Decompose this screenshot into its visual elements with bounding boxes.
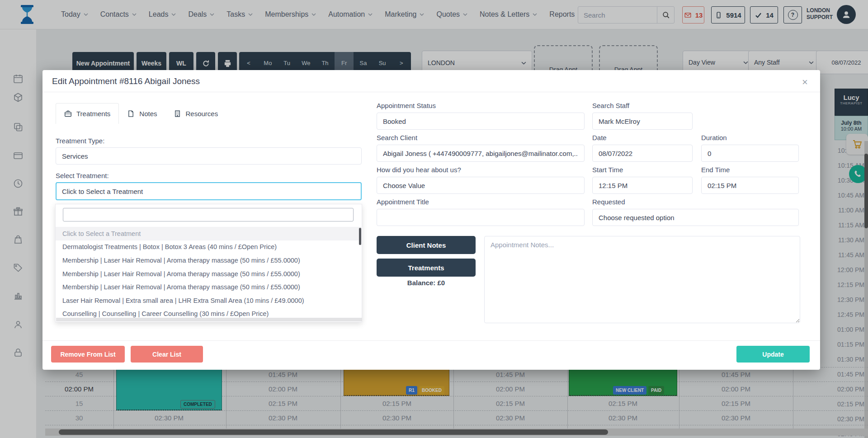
tab-label: Treatments — [76, 110, 110, 118]
treatment-type-select[interactable]: Services — [56, 147, 362, 165]
tab-resources[interactable]: Resources — [165, 103, 226, 124]
hear-about-select[interactable] — [377, 177, 585, 194]
briefcase-icon — [64, 110, 72, 118]
select-treatment-select[interactable]: Click to Select a Treatment — [56, 182, 362, 200]
balance-text: Balance: £0 — [377, 279, 476, 287]
date-input[interactable] — [592, 145, 693, 162]
building-icon — [174, 110, 181, 118]
treatment-option[interactable]: Membership | Laser Hair Removal | Aroma … — [56, 254, 363, 267]
edit-appointment-modal: Edit Appointment #8116 Abigail Joness × … — [42, 70, 820, 370]
treatment-type-value: Services — [62, 152, 88, 160]
select-treatment-value: Click to Select a Treatment — [62, 188, 143, 195]
dropdown-scrollbar-thumb[interactable] — [359, 228, 361, 245]
requested-label: Requested — [592, 198, 625, 206]
end-time-label: End Time — [701, 166, 730, 174]
appointment-notes-textarea[interactable] — [484, 236, 800, 323]
treatment-type-label: Treatment Type: — [56, 137, 104, 145]
tab-notes[interactable]: Notes — [119, 103, 165, 124]
select-treatment-label: Select Treatment: — [56, 172, 109, 179]
duration-label: Duration — [701, 134, 727, 141]
search-staff-label: Search Staff — [592, 102, 629, 109]
clear-list-button[interactable]: Clear List — [131, 346, 203, 363]
treatment-option[interactable]: Click to Select a Treatment — [56, 227, 363, 240]
appointment-title-input[interactable] — [377, 209, 585, 226]
treatment-dropdown-search-input[interactable] — [63, 208, 354, 221]
treatment-option[interactable]: Membership | Laser Hair Removal | Aroma … — [56, 280, 363, 294]
end-time-input[interactable] — [701, 177, 799, 194]
tab-treatments[interactable]: Treatments — [56, 103, 119, 124]
appointment-title-label: Appointment Title — [377, 198, 429, 206]
treatments-button[interactable]: Treatments — [377, 259, 476, 277]
appointment-status-select[interactable] — [377, 113, 585, 130]
client-notes-button[interactable]: Client Notes — [377, 236, 476, 254]
start-time-label: Start Time — [592, 166, 623, 174]
tab-label: Resources — [186, 110, 218, 118]
treatment-dropdown: Click to Select a Treatment Dermatologis… — [55, 204, 362, 322]
treatment-option[interactable]: Dermatologist Treatments | Botox | Botox… — [56, 240, 363, 254]
treatment-option[interactable]: Membership | Laser Hair Removal | Aroma … — [56, 267, 363, 281]
treatment-option-list: Click to Select a Treatment Dermatologis… — [56, 227, 363, 320]
app-root: Today Contacts Leads Deals Tasks Members… — [0, 0, 868, 438]
start-time-input[interactable] — [592, 177, 693, 194]
duration-input[interactable] — [701, 145, 799, 162]
hear-about-label: How did you hear about us? — [377, 166, 461, 174]
modal-tabs: Treatments Notes Resources — [56, 103, 226, 124]
requested-select[interactable] — [592, 209, 799, 226]
note-icon — [127, 110, 135, 118]
treatment-option[interactable]: Laser Hair Removal | Extra small area | … — [56, 294, 363, 307]
dropdown-bottom-scrollbar[interactable] — [56, 318, 362, 321]
date-label: Date — [592, 134, 607, 141]
remove-from-list-button[interactable]: Remove From List — [51, 346, 125, 363]
update-button[interactable]: Update — [736, 346, 810, 363]
modal-title: Edit Appointment #8116 Abigail Joness — [52, 76, 200, 86]
divider — [42, 92, 820, 92]
tab-label: Notes — [139, 110, 157, 118]
close-icon[interactable]: × — [802, 76, 808, 88]
search-staff-input[interactable] — [592, 113, 693, 130]
search-client-label: Search Client — [377, 134, 417, 141]
appointment-status-label: Appointment Status — [377, 102, 436, 109]
search-client-input[interactable] — [377, 145, 585, 162]
divider — [42, 340, 820, 341]
